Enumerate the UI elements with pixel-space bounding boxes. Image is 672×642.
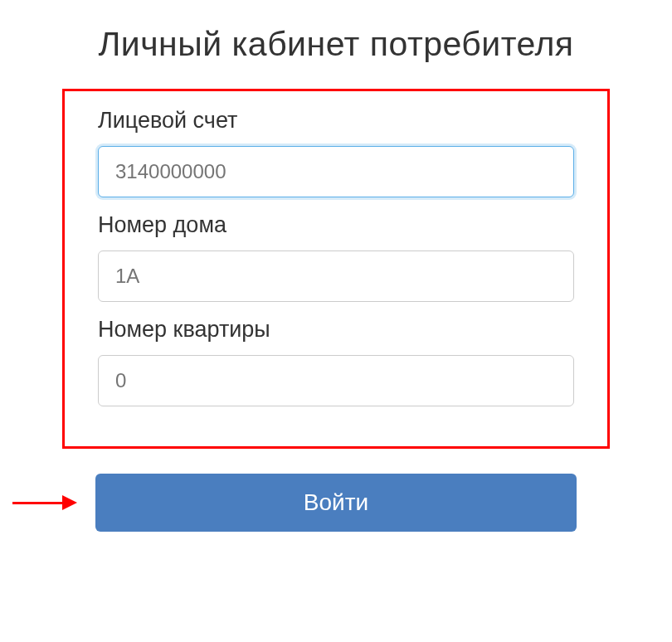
apartment-input[interactable] [98,355,574,406]
account-label: Лицевой счет [98,108,574,134]
login-button[interactable]: Войти [95,474,577,532]
account-input[interactable] [98,146,574,197]
apartment-label: Номер квартиры [98,317,574,343]
page-title: Личный кабинет потребителя [62,25,610,64]
apartment-group: Номер квартиры [98,317,574,406]
login-form-box: Лицевой счет Номер дома Номер квартиры [62,89,610,449]
house-label: Номер дома [98,212,574,238]
house-input[interactable] [98,250,574,302]
arrow-icon [12,490,87,515]
house-group: Номер дома [98,212,574,302]
submit-row: Войти [62,474,610,532]
account-group: Лицевой счет [98,108,574,197]
